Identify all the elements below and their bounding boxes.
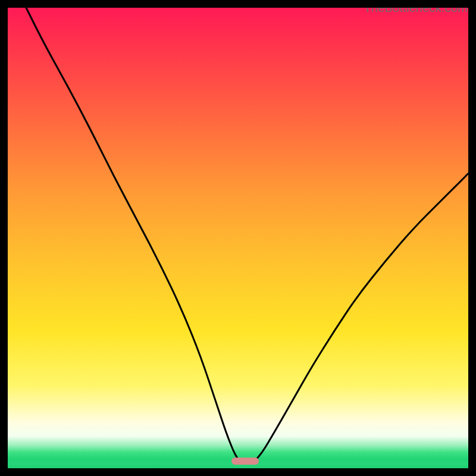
minimum-marker-pill bbox=[231, 458, 259, 465]
chart-stage: TheBottleneck.com bbox=[0, 0, 476, 476]
plot-area bbox=[8, 8, 468, 468]
watermark-text: TheBottleneck.com bbox=[364, 1, 468, 15]
bottleneck-curve bbox=[8, 8, 468, 468]
